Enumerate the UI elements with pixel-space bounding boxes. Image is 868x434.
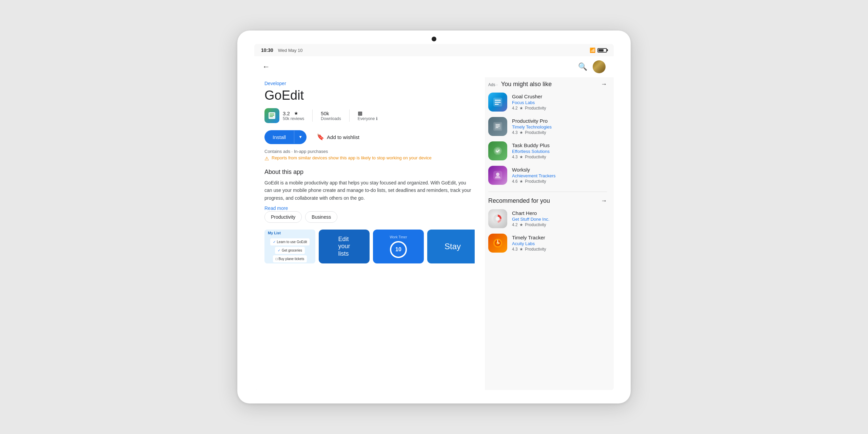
install-button[interactable]: Install ▼ <box>264 130 307 144</box>
audience-value: Everyone ℹ <box>358 116 378 121</box>
list-item-3: □ Buy plane tickets <box>273 255 307 262</box>
svg-point-19 <box>496 217 500 221</box>
nav-actions: 🔍 <box>578 60 606 73</box>
search-icon[interactable]: 🔍 <box>578 62 587 71</box>
app-description: GoEdit is a mobile productivity app that… <box>264 179 475 202</box>
chart-hero-dev: Get Stuff Done Inc. <box>512 217 549 222</box>
tag-business[interactable]: Business <box>305 211 337 223</box>
install-dropdown-arrow[interactable]: ▼ <box>294 131 307 143</box>
downloads-info: 50k Downloads <box>321 111 341 121</box>
goal-crusher-dev: Focus Labs <box>512 100 546 105</box>
app-meta: 3.2 ★ 50k reviews 50k Downloads <box>264 108 475 123</box>
tablet-frame: 10:30 Wed May 10 📶 ← 🔍 <box>237 31 631 403</box>
main-layout: Developer GoEdit <box>254 77 614 390</box>
goedit-icon-svg <box>267 111 277 120</box>
svg-rect-3 <box>270 115 274 116</box>
battery-icon <box>597 48 607 53</box>
developer-label[interactable]: Developer <box>264 81 475 86</box>
app-icon-small <box>264 108 279 123</box>
productivity-pro-icon <box>488 117 507 136</box>
screenshot-3[interactable]: Work Timer 10 <box>373 230 424 263</box>
list-item-1: ✓ Learn to use GoEdit <box>270 238 310 245</box>
app-item-goal-crusher[interactable]: Goal Crusher Focus Labs 4.2 ★ Productivi… <box>488 93 607 112</box>
chart-hero-icon <box>488 209 507 228</box>
status-time: 10:30 <box>261 47 273 53</box>
svg-rect-6 <box>495 100 501 101</box>
ads-heading-group: Ads · You might also like <box>488 81 552 88</box>
recommended-heading: Recommended for you <box>488 197 550 204</box>
chart-hero-name: Chart Hero <box>512 210 549 216</box>
downloads-value: 50k <box>321 111 341 116</box>
svg-rect-13 <box>496 127 498 128</box>
task-buddy-name: Task Buddy Plus <box>512 142 550 148</box>
divider2 <box>349 110 350 122</box>
worksly-name: Worksly <box>512 167 556 173</box>
screenshots-row: My List ✓ Learn to use GoEdit ✓ Get groc… <box>264 230 475 263</box>
back-button[interactable]: ← <box>262 62 270 71</box>
app-item-productivity-pro[interactable]: Productivity Pro Timely Technologies 4.3… <box>488 117 607 136</box>
app-item-task-buddy[interactable]: Task Buddy Plus Effortless Solutions 4.3… <box>488 141 607 160</box>
svg-point-15 <box>495 148 500 154</box>
screenshot-2[interactable]: Edityourlists <box>319 230 370 263</box>
tag-productivity[interactable]: Productivity <box>264 211 302 223</box>
app-item-timely-tracker[interactable]: Timely Tracker Acuity Labs 4.3 ★ Product… <box>488 234 607 253</box>
goal-crusher-rating: 4.2 ★ Productivity <box>512 106 546 111</box>
recommended-section: Recommended for you → <box>488 197 607 253</box>
audience-icon: ▩ <box>358 110 378 116</box>
action-row: Install ▼ 🔖 Add to wishlist <box>264 130 475 144</box>
worksly-rating: 4.6 ★ Productivity <box>512 179 556 184</box>
avatar[interactable] <box>593 60 606 73</box>
chart-hero-info: Chart Hero Get Stuff Done Inc. 4.2 ★ Pro… <box>512 210 549 227</box>
list-item-2: ✓ Get groceries <box>275 247 305 254</box>
productivity-pro-icon-svg <box>492 121 504 132</box>
audience-info: ▩ Everyone ℹ <box>358 110 378 121</box>
worksly-dev: Achievement Trackers <box>512 173 556 178</box>
svg-rect-7 <box>495 102 501 103</box>
timely-tracker-icon-svg <box>492 237 504 249</box>
notice-text: Contains ads · In-app purchases <box>264 149 475 154</box>
recommended-arrow[interactable]: → <box>601 197 607 204</box>
ads-section: Ads · You might also like → <box>488 81 607 185</box>
goal-crusher-info: Goal Crusher Focus Labs 4.2 ★ Productivi… <box>512 94 546 111</box>
app-icon-rating: 3.2 ★ 50k reviews <box>264 108 304 123</box>
top-nav: ← 🔍 <box>254 56 614 77</box>
warning-text: Reports from similar devices show this a… <box>272 155 432 160</box>
task-buddy-rating: 4.3 ★ Productivity <box>512 155 550 159</box>
about-title: About this app <box>264 169 475 176</box>
downloads-label: Downloads <box>321 116 341 121</box>
task-buddy-info: Task Buddy Plus Effortless Solutions 4.3… <box>512 142 550 159</box>
left-column: Developer GoEdit <box>254 77 485 390</box>
svg-point-17 <box>496 173 499 176</box>
camera <box>432 37 436 41</box>
right-column: Ads · You might also like → <box>485 77 614 390</box>
wifi-icon: 📶 <box>590 47 595 53</box>
read-more-link[interactable]: Read more <box>264 205 288 211</box>
downloads-meta: 50k Downloads <box>321 111 341 121</box>
warning-icon: ⚠ <box>264 156 269 162</box>
ads-section-header: Ads · You might also like → <box>488 81 607 88</box>
app-item-worksly[interactable]: Worksly Achievement Trackers 4.6 ★ Produ… <box>488 166 607 185</box>
productivity-pro-name: Productivity Pro <box>512 118 552 124</box>
rating-value: 3.2 ★ <box>283 111 304 116</box>
timely-tracker-rating: 4.3 ★ Productivity <box>512 247 546 252</box>
screenshot-1[interactable]: My List ✓ Learn to use GoEdit ✓ Get groc… <box>264 230 315 263</box>
timely-tracker-icon <box>488 234 507 253</box>
warning-row: ⚠ Reports from similar devices show this… <box>264 155 475 162</box>
task-buddy-icon <box>488 141 507 160</box>
productivity-pro-dev: Timely Technologies <box>512 124 552 130</box>
install-label: Install <box>264 130 294 144</box>
wishlist-button[interactable]: 🔖 Add to wishlist <box>311 130 365 144</box>
app-title: GoEdit <box>264 88 475 103</box>
task-buddy-dev: Effortless Solutions <box>512 149 550 154</box>
screen-content: ← 🔍 Developer GoEdit <box>254 56 614 390</box>
audience-meta: ▩ Everyone ℹ <box>358 110 378 121</box>
screenshot-4[interactable]: Stay <box>427 230 475 263</box>
ads-section-arrow[interactable]: → <box>601 81 607 88</box>
reviews-label: 50k reviews <box>283 116 304 121</box>
goal-crusher-icon <box>488 93 507 112</box>
you-might-also-like-heading: You might also like <box>501 81 552 87</box>
app-item-chart-hero[interactable]: Chart Hero Get Stuff Done Inc. 4.2 ★ Pro… <box>488 209 607 228</box>
goal-crusher-icon-svg <box>492 96 504 108</box>
goal-crusher-name: Goal Crusher <box>512 94 546 99</box>
svg-rect-12 <box>496 126 500 126</box>
